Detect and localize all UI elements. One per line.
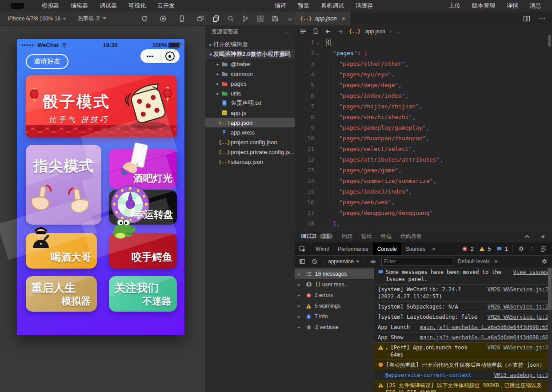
source-link[interactable]: main.js?t=wechat&s=1…a6a5d6de6443d698:65	[420, 324, 548, 331]
devtools-tab-Sources[interactable]: Sources	[401, 242, 430, 255]
console-scrollbar[interactable]	[548, 267, 552, 392]
explorer-item--.txt[interactable]: 免责声明.txt	[205, 98, 295, 108]
source-link[interactable]: VM26 WAService.js:2	[488, 313, 548, 321]
device-selector[interactable]: iPhone 6/7/8 100% 16	[8, 16, 66, 22]
crocodile-card[interactable]: 咬手鳄鱼	[109, 233, 177, 269]
debugger-tab-调试器[interactable]: 调试器2,5	[301, 230, 333, 242]
fold-chevron-icon[interactable]: ⌄	[314, 37, 321, 48]
log-levels-selector[interactable]: Default levels	[458, 258, 498, 265]
chevron-right-icon[interactable]: ▸	[298, 293, 303, 297]
filter-input[interactable]	[381, 257, 453, 266]
warning-count[interactable]: 5	[478, 245, 491, 253]
bookmark-icon[interactable]	[312, 28, 320, 36]
cloud-whale-icon[interactable]	[286, 15, 294, 23]
explorer-item-common[interactable]: ▸common	[205, 69, 295, 79]
explorer-item-@babel[interactable]: ▸@babel	[205, 59, 295, 69]
hot-reload-selector[interactable]: 热重载 开	[78, 15, 106, 22]
console-filter-verbose[interactable]: ▸2 verbose	[295, 322, 374, 333]
debugger-tab-问题[interactable]: 问题	[342, 230, 352, 242]
explorer-item-pages[interactable]: ▸pages	[205, 79, 295, 88]
explorer-item-app.json[interactable]: {..}app.json	[205, 118, 295, 127]
source-link[interactable]: View issues	[513, 269, 548, 276]
code-editor[interactable]: {..} app.json › ... 1⌄{2⌄"pages": [3"pag…	[295, 25, 552, 230]
devtools-tab-Console[interactable]: Console	[373, 242, 401, 255]
debugger-tab-代码质量[interactable]: 代码质量	[400, 230, 422, 242]
gear-icon[interactable]	[517, 245, 525, 253]
app-logo[interactable]	[11, 3, 24, 9]
context-selector[interactable]: appservice	[328, 258, 360, 265]
source-link[interactable]: VM26 WAService.js:2	[488, 286, 548, 293]
console-filter-warning[interactable]: ▸5 warnings	[295, 301, 374, 311]
extensions-icon[interactable]	[256, 15, 264, 23]
invite-friends-button[interactable]: 邀请好友	[26, 54, 68, 69]
menu-item-云开发[interactable]: 云开发	[157, 2, 175, 10]
explorer-item-project.config.json[interactable]: {..}project.config.json	[205, 137, 295, 147]
menu-item-上传[interactable]: 上传	[449, 2, 460, 10]
follow-us-card[interactable]: 关注我们 不迷路	[109, 276, 177, 312]
fold-chevron-icon[interactable]: ⌄	[314, 48, 321, 59]
chevron-right-icon[interactable]: ▸	[298, 272, 303, 276]
source-link[interactable]: VM26 WAService.js:2	[488, 303, 548, 310]
expand-icon[interactable]: ▸	[386, 345, 388, 352]
arrow-right-icon[interactable]	[336, 28, 344, 36]
chevron-right-icon[interactable]: ▸	[215, 81, 220, 86]
phone-icon[interactable]	[178, 15, 186, 23]
explorer-item-app.js[interactable]: JSapp.js	[205, 108, 295, 118]
devtools-tab-Wxml[interactable]: Wxml	[311, 242, 333, 255]
explorer-item-project.private.config.js...[interactable]: {..}project.private.config.js...	[205, 147, 295, 157]
chevron-right-icon[interactable]: ▸	[215, 91, 220, 96]
sidebar-toggle-icon[interactable]	[298, 257, 306, 265]
breadcrumb-more[interactable]: ...	[396, 28, 400, 35]
chevron-right-icon[interactable]: ▸	[215, 71, 220, 76]
files-icon[interactable]	[212, 15, 220, 23]
restart-life-card[interactable]: 重启人生 模拟器	[26, 276, 97, 312]
explorer-more-icon[interactable]: ...	[284, 28, 289, 35]
menu-item-详情[interactable]: 详情	[507, 2, 518, 10]
menu-item-预览[interactable]: 预览	[298, 2, 309, 10]
drink-bro-card[interactable]: 喝酒大哥	[26, 233, 97, 269]
chevron-right-icon[interactable]: ▸	[298, 282, 303, 287]
menu-item-版本管理[interactable]: 版本管理	[472, 2, 495, 10]
capsule-exit-button[interactable]	[160, 51, 180, 61]
save-icon[interactable]	[271, 15, 279, 23]
error-count[interactable]: 2	[461, 245, 474, 253]
chevron-right-icon[interactable]: ▸	[208, 42, 213, 47]
explorer-item--2.0-[interactable]: ▾发喝酒神器2.0微信小程序源码	[205, 49, 295, 59]
console-filter-messages[interactable]: ▸16 messages	[295, 269, 374, 279]
close-icon[interactable]: ×	[342, 15, 345, 22]
debugger-tab-终端[interactable]: 终端	[381, 230, 392, 242]
source-link[interactable]: VM26 WAService.js:2	[488, 344, 548, 351]
inspect-element-icon[interactable]	[295, 242, 311, 255]
menu-item-清缓存[interactable]: 清缓存	[356, 2, 373, 10]
more-actions-icon[interactable]: ⋯	[539, 14, 546, 23]
debugger-tab-输出[interactable]: 输出	[361, 230, 372, 242]
multi-window-icon[interactable]	[196, 15, 204, 23]
gear-icon[interactable]	[540, 257, 548, 265]
refresh-icon[interactable]	[140, 15, 148, 23]
console-message[interactable]: ▸[Perf] App.onLaunch took 64msVM26 WASer…	[374, 343, 552, 360]
git-branch-icon[interactable]	[241, 15, 249, 23]
explorer-item--[interactable]: ▸打开的编辑器	[205, 40, 295, 49]
console-filter-user[interactable]: ▸11 user mes...	[295, 279, 374, 290]
menu-item-真机调试[interactable]: 真机调试	[321, 2, 344, 10]
editor-scrollbar[interactable]	[548, 35, 551, 47]
explorer-item-sitemap.json[interactable]: {..}sitemap.json	[205, 157, 295, 166]
chevron-right-icon[interactable]: ▸	[298, 304, 303, 308]
tab-app-json[interactable]: {..} app.json ×	[295, 12, 351, 25]
collapse-icon[interactable]	[523, 233, 531, 241]
console-filter-error[interactable]: ▸2 errors	[295, 290, 374, 301]
menu-item-编辑器[interactable]: 编辑器	[71, 2, 88, 10]
menu-item-调试器[interactable]: 调试器	[100, 2, 117, 10]
undock-icon[interactable]	[540, 245, 548, 253]
source-link[interactable]: VM13 asdebug.js:1	[494, 372, 548, 379]
explorer-item-utils[interactable]: ▸utils	[205, 88, 295, 98]
devtools-tab-Performance[interactable]: Performance	[333, 242, 373, 255]
chevron-right-icon[interactable]: ▸	[298, 325, 303, 329]
source-link[interactable]: main.js?t=wechat&s=1…a6a5d6de6443d698:68	[420, 334, 548, 341]
clear-console-icon[interactable]	[311, 257, 319, 265]
kebab-menu-icon[interactable]: ⋮	[530, 246, 535, 252]
code-area[interactable]: 1⌄{2⌄"pages": [3"pages/other/other",4"pa…	[295, 37, 548, 230]
menu-item-模拟器[interactable]: 模拟器	[42, 2, 59, 10]
console-filter-info[interactable]: ▸7 info	[295, 311, 374, 322]
arrow-left-icon[interactable]	[324, 28, 332, 36]
